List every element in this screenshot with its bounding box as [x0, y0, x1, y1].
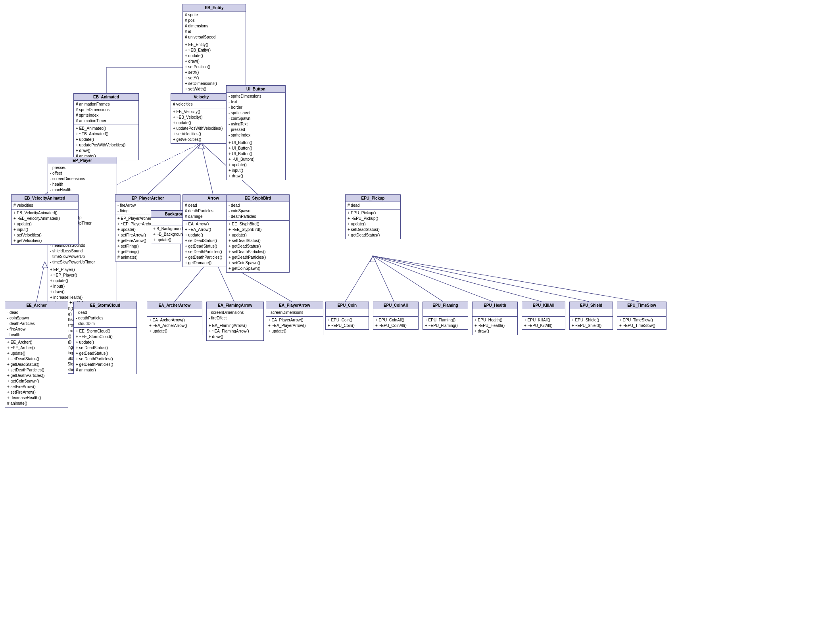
box-eb-animated: EB_Animated # animationFrames# spriteDim… [73, 93, 139, 160]
box-methods-epu-shield: + EPU_Shield()+ ~EPU_Shield() [570, 317, 613, 329]
box-title-eb-velocity: Velocity [171, 94, 232, 101]
box-methods-epu-coin: + EPU_Coin()+ ~EPU_Coin() [326, 317, 369, 329]
svg-marker-34 [370, 256, 376, 262]
svg-line-31 [345, 256, 373, 302]
box-section-epu-flaming-empty [423, 309, 468, 317]
box-eb-velocity: Velocity # velocities + EB_Velocity()+ ~… [171, 93, 232, 144]
svg-line-41 [373, 256, 589, 302]
svg-marker-38 [370, 256, 376, 262]
box-attrs-epu-pickup: # dead [346, 202, 400, 210]
box-methods-epu-timeslow: + EPU_TimeSlow()+ ~EPU_TimeSlow() [617, 317, 666, 329]
box-section-ea-archerarrow-empty [147, 309, 202, 317]
box-methods-epu-health: + EPU_Health()+ ~EPU_Health()+ draw() [473, 317, 517, 335]
box-title-ee-archer: EE_Archer [5, 302, 68, 309]
svg-marker-32 [370, 256, 376, 262]
box-ea-flamingarrow: EA_FlamingArrow - screenDimensions- fire… [206, 302, 264, 341]
box-title-eb-velocity-animated: EB_VelocityAnimated [12, 195, 78, 202]
box-title-ee-styphbird: EE_StyphBird [227, 195, 289, 202]
box-methods-eb-velocity-animated: + EB_VelocityAnimated()+ ~EB_VelocityAni… [12, 210, 78, 244]
box-attrs-ea-playerarrow: - screenDimensions [266, 309, 323, 317]
svg-line-14 [201, 143, 213, 194]
box-title-epu-pickup: EPU_Pickup [346, 195, 400, 202]
box-methods-ee-styphbird: + EE_StyphBird()+ ~EE_StyphBird()+ updat… [227, 221, 289, 272]
box-attrs-ee-archer: - dead- coinSpawn- deathParticles- fireA… [5, 309, 68, 339]
box-section-epu-health-empty [473, 309, 517, 317]
diagram-container: EB_Entity # sprite# pos# dimensions# id#… [0, 0, 824, 644]
box-methods-eb-animated: + EB_Animated()+ ~EB_Animated()+ update(… [74, 125, 138, 160]
box-epu-health: EPU_Health + EPU_Health()+ ~EPU_Health()… [472, 302, 518, 335]
box-methods-eb-velocity: + EB_Velocity()+ ~EB_Velocity()+ update(… [171, 108, 232, 143]
box-title-ui-button: UI_Button [227, 86, 285, 93]
box-epu-flaming: EPU_Flaming + EPU_Flaming()+ ~EPU_Flamin… [423, 302, 468, 330]
svg-line-43 [373, 256, 639, 302]
box-ui-button: UI_Button - spriteDimensions- text- bord… [226, 85, 286, 180]
box-methods-ea-playerarrow: + EA_PlayerArrow()+ ~EA_PlayerArrow()+ u… [266, 317, 323, 335]
box-attrs-ui-button: - spriteDimensions- text- border- sprite… [227, 93, 285, 139]
box-methods-ee-stormcloud: + EE_StormCloud()+ ~EE_StormCloud()+ upd… [74, 328, 136, 374]
box-title-eb-animated: EB_Animated [74, 94, 138, 101]
box-title-ea-archerarrow: EA_ArcherArrow [147, 302, 202, 309]
svg-marker-42 [370, 256, 376, 262]
box-epu-killall: EPU_KillAll + EPU_KillAll()+ ~EPU_KillAl… [522, 302, 565, 330]
box-methods-epu-flaming: + EPU_Flaming()+ ~EPU_Flaming() [423, 317, 468, 329]
box-title-epu-health: EPU_Health [473, 302, 517, 309]
box-epu-shield: EPU_Shield + EPU_Shield()+ ~EPU_Shield() [569, 302, 613, 330]
svg-line-12 [148, 143, 201, 194]
box-title-epu-coinall: EPU_CoinAll [373, 302, 418, 309]
box-title-ea-flamingarrow: EA_FlamingArrow [207, 302, 263, 309]
box-attrs-eb-animated: # animationFrames# spriteDimensions# spr… [74, 101, 138, 125]
box-section-epu-shield-empty [570, 309, 613, 317]
box-ee-archer: EE_Archer - dead- coinSpawn- deathPartic… [5, 302, 68, 408]
box-title-epu-timeslow: EPU_TimeSlow [617, 302, 666, 309]
box-title-eb-entity: EB_Entity [183, 4, 246, 12]
box-methods-ea-flamingarrow: + EA_FlamingArrow()+ ~EA_FlamingArrow()+… [207, 322, 263, 340]
box-title-epu-flaming: EPU_Flaming [423, 302, 468, 309]
box-ea-archerarrow: EA_ArcherArrow + EA_ArcherArrow()+ ~EA_A… [147, 302, 202, 335]
svg-line-37 [373, 256, 493, 302]
box-attrs-eb-velocity-animated: # velocities [12, 202, 78, 210]
box-methods-epu-coinall: + EPU_CoinAll()+ ~EPU_CoinAll() [373, 317, 418, 329]
box-methods-epu-killall: + EPU_KillAll()+ ~EPU_KillAll() [522, 317, 565, 329]
box-ee-styphbird: EE_StyphBird - dead- coinSpawn- deathPar… [226, 194, 290, 273]
box-epu-coinall: EPU_CoinAll + EPU_CoinAll()+ ~EPU_CoinAl… [373, 302, 419, 330]
svg-marker-17 [198, 143, 204, 149]
box-methods-epu-pickup: + EPU_Pickup()+ ~EPU_Pickup()+ update()+… [346, 210, 400, 239]
box-methods-ea-archerarrow: + EA_ArcherArrow()+ ~EA_ArcherArrow()+ u… [147, 317, 202, 335]
box-attrs-eb-velocity: # velocities [171, 101, 232, 108]
svg-line-18 [36, 262, 45, 302]
box-title-epu-coin: EPU_Coin [326, 302, 369, 309]
svg-marker-15 [198, 143, 204, 149]
box-title-epu-shield: EPU_Shield [570, 302, 613, 309]
svg-line-35 [373, 256, 443, 302]
box-ea-playerarrow: EA_PlayerArrow - screenDimensions + EA_P… [266, 302, 323, 335]
box-section-epu-coinall-empty [373, 309, 418, 317]
box-methods-ui-button: + UI_Button()+ UI_Button()+ UI_Button()+… [227, 139, 285, 180]
box-epu-timeslow: EPU_TimeSlow + EPU_TimeSlow()+ ~EPU_Time… [617, 302, 666, 330]
svg-line-39 [373, 256, 542, 302]
svg-marker-44 [370, 256, 376, 262]
box-attrs-eb-entity: # sprite# pos# dimensions# id# universal… [183, 12, 246, 41]
box-title-ee-stormcloud: EE_StormCloud [74, 302, 136, 309]
box-attrs-ee-stormcloud: - dead- deathParticles- cloudDim [74, 309, 136, 328]
box-eb-velocity-animated: EB_VelocityAnimated # velocities + EB_Ve… [11, 194, 79, 245]
svg-line-33 [373, 256, 394, 302]
box-section-epu-timeslow-empty [617, 309, 666, 317]
box-section-epu-killall-empty [522, 309, 565, 317]
box-title-ep-player: EP_Player [48, 157, 117, 164]
box-title-epu-killall: EPU_KillAll [522, 302, 565, 309]
box-attrs-ee-styphbird: - dead- coinSpawn- deathParticles [227, 202, 289, 221]
box-section-epu-coin-empty [326, 309, 369, 317]
box-epu-coin: EPU_Coin + EPU_Coin()+ ~EPU_Coin() [325, 302, 369, 330]
box-attrs-ea-flamingarrow: - screenDimensions- fireEffect [207, 309, 263, 322]
svg-marker-36 [370, 256, 376, 262]
box-title-ea-playerarrow: EA_PlayerArrow [266, 302, 323, 309]
box-epu-pickup: EPU_Pickup # dead + EPU_Pickup()+ ~EPU_P… [345, 194, 401, 239]
svg-marker-13 [198, 143, 204, 149]
svg-marker-19 [42, 262, 48, 268]
box-methods-ee-archer: + EE_Archer()+ ~EE_Archer()+ update()+ s… [5, 339, 68, 407]
svg-marker-40 [370, 256, 376, 262]
box-ee-stormcloud: EE_StormCloud - dead- deathParticles- cl… [73, 302, 137, 374]
box-title-ep-player-archer: EP_PlayerArcher [115, 195, 180, 202]
